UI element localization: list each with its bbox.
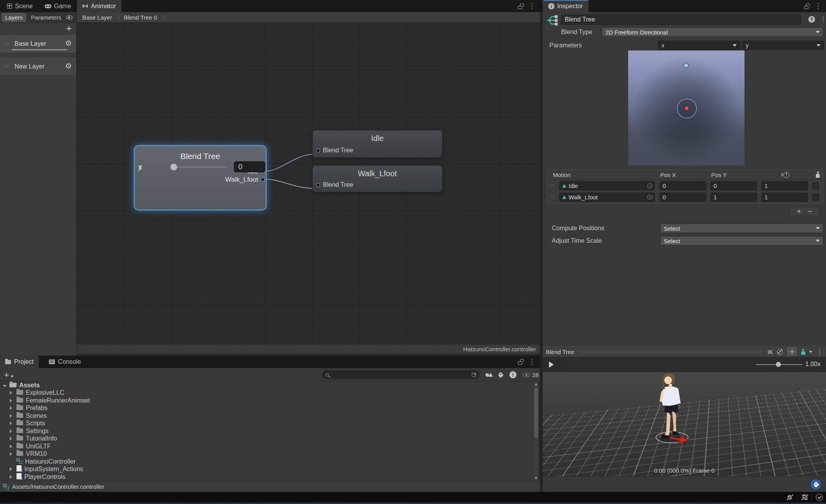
blend-space-diagram[interactable] bbox=[628, 51, 744, 166]
parameter-x-dropdown[interactable]: x bbox=[658, 41, 740, 50]
remove-motion-button[interactable]: − bbox=[808, 208, 812, 216]
adjust-time-scale-dropdown[interactable]: Select bbox=[660, 236, 823, 246]
mirror-checkbox[interactable] bbox=[812, 182, 819, 189]
panel-splitter[interactable] bbox=[540, 12, 543, 492]
unlock-icon[interactable] bbox=[804, 6, 808, 9]
asset-label-button[interactable] bbox=[811, 479, 821, 490]
unlock-icon[interactable] bbox=[518, 6, 522, 9]
speed-field[interactable]: 1 bbox=[761, 193, 808, 202]
tree-row[interactable]: PlayerControls bbox=[0, 473, 533, 481]
parameter-y-dropdown[interactable]: y bbox=[742, 41, 824, 50]
cache-disabled-icon[interactable] bbox=[801, 494, 808, 500]
blend-tree-node[interactable]: Blend Tree Idle Walk_Lfoot x 0 bbox=[135, 146, 266, 210]
tab-parameters[interactable]: Parameters bbox=[27, 13, 65, 22]
object-picker-icon[interactable] bbox=[647, 183, 652, 188]
drag-handle-icon[interactable] bbox=[4, 42, 9, 45]
pos-x-field[interactable]: 0 bbox=[659, 193, 706, 202]
importance-filter-button[interactable]: ! bbox=[508, 371, 518, 379]
2d-disabled-toggle[interactable] bbox=[777, 349, 783, 355]
tree-row[interactable]: Assets bbox=[0, 381, 533, 389]
preview-3d-viewport[interactable]: 0:00 (000.0%) Frame 0 bbox=[543, 372, 826, 476]
speed-slider[interactable] bbox=[756, 364, 802, 365]
blend-type-dropdown[interactable]: 2D Freeform Directional bbox=[602, 27, 823, 37]
debugger-disabled-icon[interactable] bbox=[786, 494, 794, 500]
input-port[interactable] bbox=[316, 183, 320, 187]
tree-row[interactable]: Scenes bbox=[0, 412, 533, 420]
pos-x-field[interactable]: 0 bbox=[659, 181, 706, 190]
add-layer-button[interactable]: + bbox=[66, 25, 72, 33]
object-picker-icon[interactable] bbox=[647, 195, 652, 200]
hidden-count[interactable]: 28 bbox=[523, 372, 539, 378]
layer-item[interactable]: New Layer ⚙ bbox=[0, 58, 76, 75]
tab-layers[interactable]: Layers bbox=[2, 13, 26, 22]
preview-header[interactable]: Blend Tree IK ⋮ bbox=[543, 346, 826, 357]
drag-handle-icon[interactable] bbox=[4, 65, 9, 68]
layer-item[interactable]: Base Layer ⚙ bbox=[0, 35, 76, 52]
chevron-down-icon[interactable] bbox=[809, 351, 812, 353]
create-asset-button[interactable]: + bbox=[4, 370, 14, 380]
scroll-down-arrow[interactable] bbox=[534, 477, 538, 479]
mirror-checkbox[interactable] bbox=[812, 194, 819, 201]
kebab-menu-icon[interactable]: ⋮ bbox=[529, 358, 535, 366]
search-by-label-button[interactable] bbox=[495, 371, 505, 379]
tree-row[interactable]: HatsunoController bbox=[0, 458, 533, 466]
search-input[interactable] bbox=[331, 372, 469, 378]
kebab-menu-icon[interactable]: ⋮ bbox=[815, 2, 821, 10]
tree-row[interactable]: VRM10 bbox=[0, 450, 533, 458]
play-button[interactable] bbox=[543, 357, 560, 372]
motion-object-field[interactable]: Idle bbox=[559, 181, 655, 190]
pos-y-field[interactable]: 0 bbox=[710, 181, 757, 190]
kebab-menu-icon[interactable]: ⋮ bbox=[816, 348, 823, 356]
expand-arrow[interactable] bbox=[10, 412, 14, 419]
scroll-up-arrow[interactable] bbox=[534, 383, 538, 385]
state-node[interactable]: Walk_Lfoot Blend Tree bbox=[313, 166, 442, 192]
tab-console[interactable]: Console bbox=[44, 356, 86, 368]
expand-arrow[interactable] bbox=[10, 473, 14, 481]
expand-arrow[interactable] bbox=[3, 382, 7, 389]
expand-arrow[interactable] bbox=[10, 466, 14, 473]
tab-inspector[interactable]: i Inspector bbox=[543, 0, 589, 12]
scrollbar-thumb[interactable] bbox=[534, 388, 538, 438]
eye-icon[interactable] bbox=[66, 15, 72, 20]
tree-row[interactable]: InputSystem_Actions bbox=[0, 466, 533, 473]
tab-project[interactable]: Project bbox=[0, 356, 39, 368]
tab-game[interactable]: Game bbox=[39, 0, 77, 12]
add-motion-button[interactable]: + bbox=[797, 208, 801, 216]
drag-handle-icon[interactable] bbox=[549, 196, 554, 198]
expand-arrow[interactable] bbox=[10, 435, 14, 442]
pos-y-field[interactable]: 1 bbox=[710, 193, 757, 202]
kebab-menu-icon[interactable]: ⋮ bbox=[820, 15, 826, 23]
compute-positions-dropdown[interactable]: Select bbox=[660, 224, 823, 233]
kebab-menu-icon[interactable]: ⋮ bbox=[529, 2, 535, 10]
tree-row[interactable]: TutorialInfo bbox=[0, 435, 533, 443]
input-port[interactable] bbox=[316, 149, 320, 152]
tab-animator[interactable]: Animator bbox=[77, 0, 121, 12]
motion-point-marker[interactable] bbox=[683, 62, 689, 69]
tree-row[interactable]: FemaleRunnerAnimset bbox=[0, 397, 533, 405]
tree-row[interactable]: ExplosiveLLC bbox=[0, 389, 533, 397]
state-node[interactable]: Idle Blend Tree bbox=[313, 130, 442, 157]
gear-icon[interactable]: ⚙ bbox=[65, 40, 72, 47]
tree-row[interactable]: Settings bbox=[0, 427, 533, 435]
object-name-field[interactable]: Blend Tree bbox=[561, 14, 801, 25]
help-button[interactable]: ? bbox=[808, 16, 815, 23]
activity-ok-icon[interactable] bbox=[816, 494, 823, 501]
expand-arrow[interactable] bbox=[10, 397, 14, 404]
expand-arrow[interactable] bbox=[10, 420, 14, 427]
output-port[interactable] bbox=[261, 178, 264, 181]
unlock-icon[interactable] bbox=[518, 361, 522, 365]
breadcrumb-item[interactable]: Blend Tree 0 bbox=[124, 14, 169, 21]
expand-arrow[interactable] bbox=[10, 405, 14, 412]
param-value-field[interactable]: 0 bbox=[234, 161, 265, 172]
slider-knob[interactable] bbox=[776, 362, 781, 367]
project-scrollbar[interactable] bbox=[533, 381, 539, 481]
expand-arrow[interactable] bbox=[10, 428, 14, 435]
pivot-toggle[interactable] bbox=[787, 347, 797, 356]
avatar-icon[interactable] bbox=[801, 349, 805, 355]
ik-toggle[interactable]: IK bbox=[768, 349, 773, 355]
expand-arrow[interactable] bbox=[10, 458, 14, 465]
param-slider[interactable] bbox=[174, 166, 227, 168]
tab-scene[interactable]: Scene bbox=[2, 0, 38, 12]
expand-arrow[interactable] bbox=[10, 450, 14, 457]
tree-row[interactable]: Scripts bbox=[0, 420, 533, 428]
